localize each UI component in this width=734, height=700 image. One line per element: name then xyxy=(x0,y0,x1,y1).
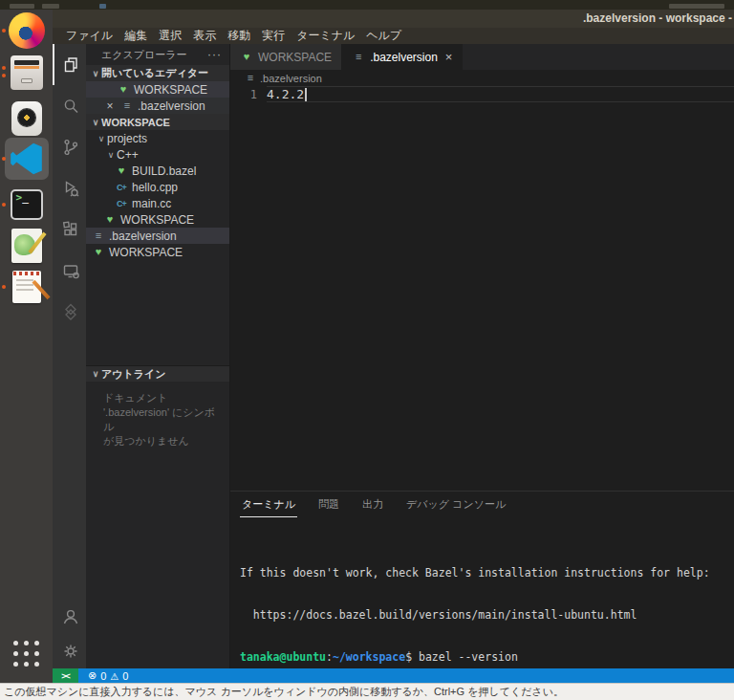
tree-item-main-cc[interactable]: main.cc xyxy=(86,195,229,211)
tree-item-label: projects xyxy=(107,132,147,145)
more-actions-icon[interactable]: ··· xyxy=(207,48,222,61)
tree-item-workspace-root[interactable]: WORKSPACE xyxy=(86,244,229,260)
top-bar-fragment xyxy=(42,4,59,9)
remote-explorer-icon[interactable] xyxy=(53,250,86,291)
vscode-icon[interactable] xyxy=(0,136,53,182)
cpp-file-icon xyxy=(115,182,128,192)
drawer-slot xyxy=(14,60,39,65)
menu-bar: ファイル 編集 選択 表示 移動 実行 ターミナル ヘルプ xyxy=(53,28,734,44)
title-bar[interactable]: .bazelversion - workspace - xyxy=(53,10,734,28)
vm-screen: >_ .bazelversion - wor xyxy=(0,0,734,700)
tab-workspace[interactable]: WORKSPACE xyxy=(230,44,342,70)
terminal-app-icon[interactable]: >_ xyxy=(0,185,53,225)
outline-message-line: が見つかりません xyxy=(103,434,222,448)
breadcrumb[interactable]: .bazelversion xyxy=(230,70,734,86)
open-editor-label: .bazelversion xyxy=(138,99,205,113)
close-icon[interactable]: × xyxy=(445,51,453,63)
tree-item-build-bazel[interactable]: BUILD.bazel xyxy=(86,163,229,179)
note-line xyxy=(16,279,33,281)
menu-selection[interactable]: 選択 xyxy=(153,28,187,44)
show-applications-button[interactable] xyxy=(0,633,53,673)
bazel-extension-icon[interactable] xyxy=(53,291,86,332)
chevron-down-icon xyxy=(90,118,101,127)
files-icon xyxy=(60,55,81,76)
play-bug-glyph xyxy=(60,178,81,199)
outline-section-header[interactable]: アウトライン xyxy=(86,365,229,382)
line-number: 1 xyxy=(230,88,267,101)
running-indicator-dot xyxy=(2,74,6,77)
ubuntu-dock: >_ xyxy=(0,10,53,683)
bazel-heart-icon xyxy=(92,247,105,257)
terminal-output[interactable]: If this doesn't work, check Bazel's inst… xyxy=(230,517,734,668)
remote-indicator[interactable]: >< xyxy=(53,668,78,683)
vscode-window: .bazelversion - workspace - ファイル 編集 選択 表… xyxy=(53,10,734,683)
image-editor-icon[interactable] xyxy=(0,226,53,266)
error-count: 0 xyxy=(100,670,106,682)
editor-content[interactable]: 1 4.2.2 xyxy=(230,86,734,491)
tab-debug-console[interactable]: デバッグ コンソール xyxy=(404,492,507,516)
menu-file[interactable]: ファイル xyxy=(60,28,119,44)
settings-gear-icon[interactable] xyxy=(53,634,86,668)
monitor-glyph xyxy=(60,260,81,281)
problems-status[interactable]: 0 0 xyxy=(88,669,128,682)
menu-help[interactable]: ヘルプ xyxy=(360,28,407,44)
vmware-message-bar: この仮想マシンに直接入力するには、マウス カーソルをウィンドウの内側に移動するか… xyxy=(0,683,734,700)
tree-item-hello-cpp[interactable]: hello.cpp xyxy=(86,179,229,195)
text-editor-icon[interactable] xyxy=(0,267,53,307)
editor-line-1: 1 4.2.2 xyxy=(230,86,734,102)
bottom-panel: ターミナル 問題 出力 デバッグ コンソール If this doesn't w… xyxy=(230,491,734,668)
open-editor-item-workspace[interactable]: WORKSPACE xyxy=(86,81,229,98)
explorer-icon[interactable] xyxy=(53,44,86,85)
tree-item-cpp-folder[interactable]: C++ xyxy=(86,146,229,163)
sidebar-title: エクスプローラー xyxy=(101,48,187,62)
open-editor-label: WORKSPACE xyxy=(134,83,207,97)
chevron-down-icon xyxy=(96,134,107,143)
source-control-icon[interactable] xyxy=(53,126,86,167)
tree-item-label: WORKSPACE xyxy=(120,213,194,227)
file-lines-icon xyxy=(352,52,365,62)
activity-bar-spacer xyxy=(53,332,86,600)
close-icon[interactable] xyxy=(103,100,117,112)
outline-empty-message: ドキュメント '.bazelversion' にシンボル が見つかりません xyxy=(86,382,229,448)
section-label: 開いているエディター xyxy=(101,66,208,80)
run-and-debug-icon[interactable] xyxy=(53,167,86,208)
open-editor-item-bazelversion[interactable]: .bazelversion xyxy=(86,98,229,114)
open-editors-header[interactable]: 開いているエディター xyxy=(86,65,229,81)
outline-message-line: '.bazelversion' にシンボル xyxy=(103,405,222,434)
file-manager-icon[interactable] xyxy=(0,53,53,93)
explorer-sidebar: エクスプローラー ··· 開いているエディター WORKSPACE .bazel… xyxy=(86,44,229,668)
tree-item-projects[interactable]: projects xyxy=(86,130,229,146)
tab-terminal[interactable]: ターミナル xyxy=(240,492,297,517)
spiral-binding xyxy=(13,272,40,275)
file-lines-icon xyxy=(120,100,134,111)
tree-item-workspace-file[interactable]: WORKSPACE xyxy=(86,211,229,228)
code-text: 4.2.2 xyxy=(267,87,304,101)
extensions-icon[interactable] xyxy=(53,208,86,250)
menu-go[interactable]: 移動 xyxy=(222,28,256,44)
tab-output[interactable]: 出力 xyxy=(360,492,385,516)
menu-terminal[interactable]: ターミナル xyxy=(291,28,360,44)
chevron-down-icon xyxy=(90,369,101,379)
running-indicator-dot xyxy=(2,66,6,70)
menu-edit[interactable]: 編集 xyxy=(119,28,153,44)
diamond-layers-glyph xyxy=(60,301,81,322)
tab-bazelversion[interactable]: .bazelversion × xyxy=(342,44,463,70)
tree-item-bazelversion[interactable]: .bazelversion xyxy=(86,228,229,244)
chevron-down-icon xyxy=(105,150,117,160)
search-icon[interactable] xyxy=(53,85,86,126)
firefox-icon[interactable] xyxy=(0,11,53,51)
terminal-line: https://docs.bazel.build/versions/main/i… xyxy=(240,608,734,623)
chevron-down-icon xyxy=(90,69,101,78)
tree-item-label: hello.cpp xyxy=(132,181,178,194)
tab-problems[interactable]: 問題 xyxy=(316,492,341,516)
menu-run[interactable]: 実行 xyxy=(256,28,291,44)
running-indicator-dot xyxy=(2,203,6,207)
media-player-icon[interactable] xyxy=(0,98,53,139)
terminal-glyph: >_ xyxy=(11,189,43,220)
window-title: .bazelversion - workspace - xyxy=(583,11,732,25)
gear-glyph xyxy=(60,641,81,662)
bazel-heart-icon xyxy=(103,214,117,225)
account-icon[interactable] xyxy=(53,600,86,634)
workspace-section-header[interactable]: WORKSPACE xyxy=(86,114,229,130)
menu-view[interactable]: 表示 xyxy=(187,28,222,44)
